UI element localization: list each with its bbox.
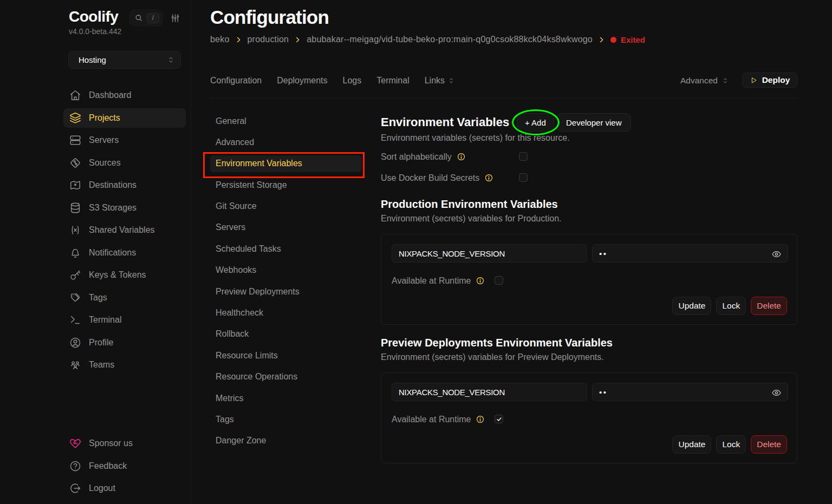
sidebar-item[interactable]: S3 Storages bbox=[63, 198, 186, 218]
user-circle-icon bbox=[69, 337, 81, 349]
subnav-item[interactable]: Webhooks bbox=[210, 262, 362, 279]
subnav-item[interactable]: Healthcheck bbox=[210, 305, 362, 322]
toggle-row: Sort alphabetically bbox=[381, 152, 538, 161]
sidebar-item-label: Terminal bbox=[89, 315, 121, 325]
lock-button[interactable]: Lock bbox=[716, 297, 746, 315]
deploy-button[interactable]: Deploy bbox=[742, 73, 797, 88]
delete-button[interactable]: Delete bbox=[751, 297, 787, 315]
info-icon[interactable] bbox=[457, 153, 465, 161]
tab[interactable]: Configuration bbox=[210, 76, 262, 86]
advanced-dropdown[interactable]: Advanced bbox=[680, 73, 729, 89]
search-button[interactable]: / bbox=[129, 9, 163, 27]
chevrons-up-down-icon bbox=[447, 77, 455, 84]
sidebar-item[interactable]: Servers bbox=[63, 130, 186, 150]
sidebar-item[interactable]: Destinations bbox=[63, 175, 186, 195]
sidebar-item[interactable]: Sources bbox=[63, 153, 186, 173]
subnav-item[interactable]: Scheduled Tasks bbox=[210, 240, 362, 257]
runtime-checkbox[interactable] bbox=[495, 276, 503, 285]
sidebar-item-label: Sources bbox=[89, 158, 121, 168]
subnav-item[interactable]: Resource Operations bbox=[210, 369, 362, 385]
section-description: Environment variables (secrets) for this… bbox=[381, 133, 570, 143]
subnav-item[interactable]: Persistent Storage bbox=[210, 176, 362, 193]
sidebar-item-label: Projects bbox=[89, 113, 120, 123]
subnav-item[interactable]: Git Source bbox=[210, 198, 362, 215]
subnav-item[interactable]: Servers bbox=[210, 219, 362, 236]
chevron-right-icon bbox=[294, 36, 302, 44]
server-icon bbox=[69, 134, 81, 146]
checkbox[interactable] bbox=[519, 173, 528, 182]
sidebar-footer-menu: Sponsor us Feedback Logout bbox=[63, 434, 186, 501]
sidebar-item[interactable]: Sponsor us bbox=[63, 434, 186, 453]
play-icon bbox=[750, 76, 758, 84]
runtime-label: Available at Runtime bbox=[392, 276, 471, 286]
info-icon[interactable] bbox=[485, 174, 493, 182]
delete-button[interactable]: Delete bbox=[751, 435, 787, 454]
action-buttons: Update Lock Delete bbox=[672, 435, 787, 454]
breadcrumb-item[interactable]: production bbox=[248, 35, 289, 44]
env-var-name-input[interactable]: NIXPACKS_NODE_VERSION bbox=[392, 244, 587, 263]
help-circle-icon bbox=[69, 460, 81, 472]
env-section-description: Environment (secrets) variables for Prev… bbox=[381, 352, 604, 362]
runtime-row: Available at Runtime bbox=[392, 415, 484, 424]
sidebar-item-label: Logout bbox=[89, 483, 115, 493]
heart-hands-icon bbox=[69, 437, 81, 449]
subnav-item[interactable]: Advanced bbox=[210, 134, 362, 150]
subnav-item[interactable]: Resource Limits bbox=[210, 347, 362, 364]
sidebar-item[interactable]: Profile bbox=[63, 333, 186, 352]
toggle-label: Sort alphabetically bbox=[381, 152, 452, 162]
sidebar-item[interactable]: Notifications bbox=[63, 243, 186, 263]
eye-icon[interactable] bbox=[771, 249, 782, 259]
tab[interactable]: Terminal bbox=[376, 76, 409, 86]
sidebar-item[interactable]: Tags bbox=[63, 288, 186, 307]
team-selector[interactable]: Hosting bbox=[68, 51, 181, 69]
sidebar-item-label: Keys & Tokens bbox=[89, 270, 146, 280]
sidebar-item-label: Notifications bbox=[89, 248, 136, 258]
eye-icon[interactable] bbox=[771, 388, 782, 398]
status-label: Exited bbox=[621, 35, 645, 44]
env-section-description: Environment (secrets) variables for Prod… bbox=[381, 214, 561, 224]
env-var-name-input[interactable]: NIXPACKS_NODE_VERSION bbox=[392, 383, 587, 401]
checkbox[interactable] bbox=[519, 152, 528, 161]
subnav-item[interactable]: Danger Zone bbox=[210, 433, 362, 449]
subnav-item[interactable]: Tags bbox=[210, 411, 362, 428]
settings-sliders-icon[interactable] bbox=[170, 13, 180, 23]
sidebar-item-label: Profile bbox=[89, 338, 113, 348]
env-var-value-input[interactable]: •• bbox=[592, 383, 788, 401]
subnav-item[interactable]: Environment Variables bbox=[210, 155, 362, 172]
tags-icon bbox=[69, 292, 81, 304]
update-button[interactable]: Update bbox=[672, 297, 711, 315]
team-selector-value: Hosting bbox=[79, 55, 167, 64]
subnav-item[interactable]: General bbox=[210, 113, 362, 129]
update-button[interactable]: Update bbox=[672, 435, 711, 454]
tab[interactable]: Logs bbox=[343, 76, 362, 86]
info-icon[interactable] bbox=[476, 415, 484, 423]
subnav-item[interactable]: Metrics bbox=[210, 390, 362, 407]
sidebar-item[interactable]: Terminal bbox=[63, 310, 186, 330]
chevrons-up-down-icon bbox=[167, 56, 175, 64]
tab[interactable]: Links bbox=[425, 76, 455, 86]
tab[interactable]: Deployments bbox=[277, 76, 327, 86]
lock-button[interactable]: Lock bbox=[716, 435, 746, 454]
add-button[interactable]: + Add bbox=[517, 113, 554, 132]
sidebar-item[interactable]: Feedback bbox=[63, 456, 186, 476]
breadcrumb-item[interactable]: beko bbox=[210, 35, 230, 44]
env-var-value-input[interactable]: •• bbox=[592, 244, 788, 263]
runtime-checkbox[interactable] bbox=[495, 415, 503, 423]
developer-view-button[interactable]: Developer view bbox=[557, 113, 631, 132]
sidebar-item[interactable]: Shared Variables bbox=[63, 220, 186, 240]
breadcrumb-item[interactable]: abubakar--meigag/vid-tube-beko-pro:main-… bbox=[307, 35, 593, 44]
sidebar-item[interactable]: Projects bbox=[63, 108, 186, 128]
sidebar-item-label: Dashboard bbox=[89, 90, 131, 100]
sidebar-item-label: Tags bbox=[89, 293, 107, 303]
sidebar-item[interactable]: Keys & Tokens bbox=[63, 265, 186, 285]
subnav-item[interactable]: Rollback bbox=[210, 326, 362, 343]
toggle-row: Use Docker Build Secrets bbox=[381, 173, 538, 182]
subnav-item[interactable]: Preview Deployments bbox=[210, 283, 362, 300]
env-section: Preview Deployments Environment Variable… bbox=[381, 337, 797, 463]
sidebar-item[interactable]: Dashboard bbox=[63, 86, 186, 105]
info-icon[interactable] bbox=[476, 277, 484, 285]
app-logo: Coolify bbox=[69, 8, 118, 25]
sidebar-item[interactable]: Teams bbox=[63, 355, 186, 375]
git-source-icon bbox=[69, 157, 81, 169]
sidebar-item[interactable]: Logout bbox=[63, 479, 186, 498]
